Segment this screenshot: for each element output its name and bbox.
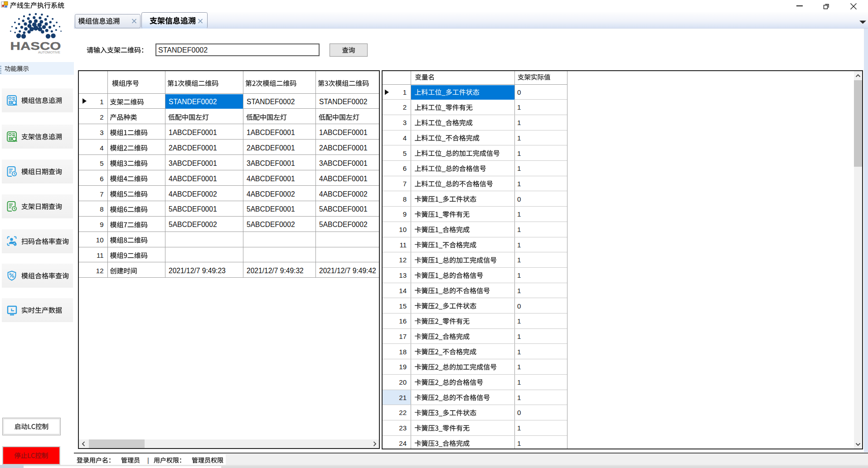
svg-text:1: 1 [517,241,521,249]
svg-text:1: 1 [517,378,521,386]
svg-text:4ABCDEF0002: 4ABCDEF0002 [169,190,217,198]
svg-text:6: 6 [403,164,407,172]
svg-text:13: 13 [399,271,407,279]
svg-text:1: 1 [517,348,521,356]
svg-text:18: 18 [399,348,407,356]
svg-text:8: 8 [100,205,103,213]
svg-text:1: 1 [517,317,521,325]
svg-text:STANDEF0002: STANDEF0002 [169,98,217,106]
svg-text:4: 4 [100,144,103,152]
svg-text:5ABCDEF0001: 5ABCDEF0001 [169,205,217,213]
svg-text:1: 1 [517,424,521,432]
svg-text:5ABCDEF0002: 5ABCDEF0002 [247,221,295,228]
svg-text:2021/12/7 9:49:42: 2021/12/7 9:49:42 [319,267,376,275]
svg-text:0: 0 [517,409,521,416]
svg-text:9: 9 [100,221,103,228]
svg-text:8: 8 [403,195,407,203]
svg-text:3ABCDEF0001: 3ABCDEF0001 [247,159,295,167]
svg-text:1: 1 [517,164,521,172]
svg-text:2: 2 [100,113,103,121]
svg-text:3: 3 [403,119,407,126]
svg-text:5ABCDEF0001: 5ABCDEF0001 [319,205,368,213]
svg-text:2021/12/7 9:49:32: 2021/12/7 9:49:32 [247,267,304,275]
svg-text:5ABCDEF0002: 5ABCDEF0002 [169,221,217,228]
svg-text:STANDEF0002: STANDEF0002 [247,98,295,106]
svg-text:1ABCDEF0001: 1ABCDEF0001 [319,129,368,136]
svg-text:1: 1 [517,103,521,111]
svg-text:5: 5 [403,150,407,157]
svg-text:17: 17 [399,333,407,340]
svg-text:4ABCDEF0002: 4ABCDEF0002 [319,190,368,198]
svg-text:2: 2 [403,103,407,111]
svg-text:1: 1 [517,363,521,371]
svg-text:0: 0 [517,302,521,310]
svg-text:STANDEF0002: STANDEF0002 [319,98,367,106]
svg-text:1: 1 [100,98,103,106]
svg-text:4ABCDEF0001: 4ABCDEF0001 [247,175,295,183]
svg-text:1: 1 [517,256,521,264]
svg-text:9: 9 [403,210,407,218]
svg-text:2ABCDEF0001: 2ABCDEF0001 [169,144,217,152]
svg-text:10: 10 [399,226,407,233]
svg-text:21: 21 [399,394,407,401]
svg-text:2ABCDEF0001: 2ABCDEF0001 [247,144,295,152]
svg-text:1: 1 [517,210,521,218]
svg-text:1: 1 [517,394,521,401]
svg-text:12: 12 [399,256,407,264]
svg-text:4ABCDEF0001: 4ABCDEF0001 [319,175,368,183]
svg-text:0: 0 [517,195,521,203]
svg-text:1: 1 [517,134,521,142]
svg-text:16: 16 [399,317,407,325]
svg-text:0: 0 [517,88,521,96]
svg-text:3ABCDEF0001: 3ABCDEF0001 [319,159,368,167]
svg-text:7: 7 [100,190,103,198]
svg-text:19: 19 [399,363,407,371]
svg-text:STANDEF0002: STANDEF0002 [158,46,208,54]
svg-text:1: 1 [517,271,521,279]
svg-text:1: 1 [517,119,521,126]
svg-text:1: 1 [517,226,521,233]
svg-text:5: 5 [100,159,103,167]
svg-text:20: 20 [399,378,407,386]
svg-text:1: 1 [517,333,521,340]
svg-text:2ABCDEF0001: 2ABCDEF0001 [319,144,368,152]
svg-text:5ABCDEF0002: 5ABCDEF0002 [319,221,368,228]
svg-text:1: 1 [403,88,407,96]
svg-text:11: 11 [399,241,407,249]
svg-text:4ABCDEF0001: 4ABCDEF0001 [169,175,217,183]
svg-text:11: 11 [97,251,104,259]
svg-text:4: 4 [403,134,407,142]
svg-text:1ABCDEF0001: 1ABCDEF0001 [169,129,217,136]
svg-text:15: 15 [399,302,407,310]
svg-text:1: 1 [517,287,521,294]
svg-text:2021/12/7 9:49:23: 2021/12/7 9:49:23 [169,267,226,275]
svg-text:22: 22 [399,409,407,416]
svg-text:10: 10 [96,236,104,244]
svg-text:12: 12 [96,267,104,275]
svg-text:6: 6 [100,175,103,183]
svg-text:1: 1 [517,150,521,157]
svg-text:AUTOMOTIVE: AUTOMOTIVE [38,51,60,54]
svg-text:24: 24 [399,439,407,447]
svg-text:4ABCDEF0002: 4ABCDEF0002 [247,190,295,198]
svg-text:23: 23 [399,424,407,432]
svg-text:3: 3 [100,129,103,136]
svg-text:14: 14 [399,287,407,294]
svg-text:7: 7 [403,180,407,188]
svg-text:|: | [147,457,149,464]
svg-text:5ABCDEF0001: 5ABCDEF0001 [247,205,295,213]
svg-text:1: 1 [517,180,521,188]
svg-text:1ABCDEF0001: 1ABCDEF0001 [247,129,295,136]
svg-text:1: 1 [517,439,521,447]
svg-text:3ABCDEF0001: 3ABCDEF0001 [169,159,217,167]
